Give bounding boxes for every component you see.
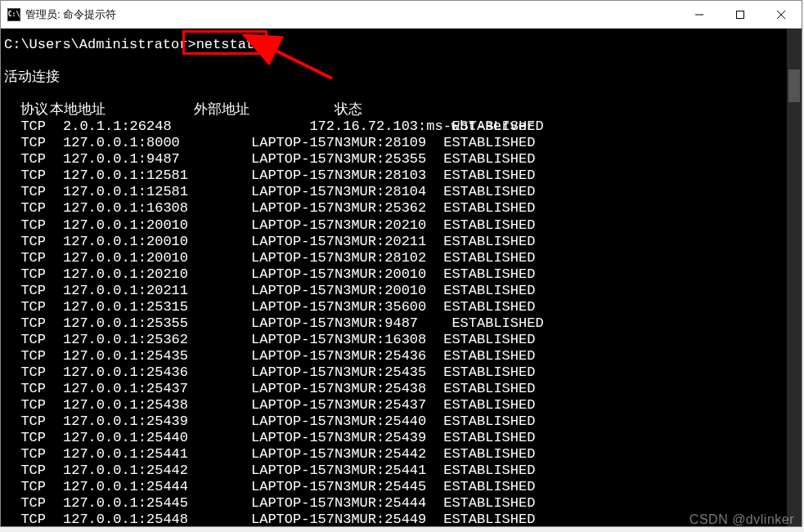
table-row: TCP127.0.0.1:20210LAPTOP-157N3MUR:20010 … <box>4 266 787 283</box>
cell-state: ESTABLISHED <box>435 234 535 250</box>
table-row: TCP127.0.0.1:25435LAPTOP-157N3MUR:25436 … <box>4 348 787 364</box>
cell-foreign: LAPTOP-157N3MUR:25436 <box>251 348 435 364</box>
cell-state: ESTABLISHED <box>435 135 535 151</box>
cell-proto: TCP <box>4 200 63 217</box>
table-row: TCP127.0.0.1:16308LAPTOP-157N3MUR:25362 … <box>4 200 787 217</box>
table-row: TCP127.0.0.1:25448LAPTOP-157N3MUR:25449 … <box>4 512 787 526</box>
cell-state: ESTABLISHED <box>435 348 535 364</box>
cell-state: ESTABLISHED <box>435 266 535 283</box>
cell-foreign: LAPTOP-157N3MUR:28109 <box>251 135 435 151</box>
cell-proto: TCP <box>4 479 63 495</box>
table-row: TCP127.0.0.1:9487LAPTOP-157N3MUR:25355 E… <box>4 151 787 168</box>
cell-state: ESTABLISHED <box>435 118 544 135</box>
table-row: TCP127.0.0.1:25437LAPTOP-157N3MUR:25438 … <box>4 381 787 397</box>
table-row: TCP127.0.0.1:20211LAPTOP-157N3MUR:20010 … <box>4 283 787 299</box>
cell-state: ESTABLISHED <box>435 381 535 397</box>
cell-state: ESTABLISHED <box>435 168 535 184</box>
cell-state: ESTABLISHED <box>435 200 535 217</box>
table-row: TCP127.0.0.1:8000LAPTOP-157N3MUR:28109 E… <box>4 135 787 151</box>
cell-local: 127.0.0.1:25442 <box>63 463 251 479</box>
cell-proto: TCP <box>4 151 63 168</box>
cell-state: ESTABLISHED <box>435 414 535 430</box>
cell-foreign: LAPTOP-157N3MUR:25439 <box>251 430 435 446</box>
table-row: TCP127.0.0.1:25362LAPTOP-157N3MUR:16308 … <box>4 332 787 348</box>
header-foreign: 外部地址 <box>194 102 335 118</box>
cell-proto: TCP <box>4 364 63 381</box>
maximize-button[interactable] <box>720 1 761 29</box>
cell-state: ESTABLISHED <box>435 250 535 266</box>
cell-local: 127.0.0.1:20010 <box>63 250 251 266</box>
cell-state: ESTABLISHED <box>435 446 535 463</box>
cell-proto: TCP <box>4 168 63 184</box>
command-text: netstat <box>196 37 254 52</box>
cell-local: 127.0.0.1:25445 <box>63 495 251 512</box>
cell-proto: TCP <box>4 234 63 250</box>
cell-state: ESTABLISHED <box>435 332 535 348</box>
cell-foreign: LAPTOP-157N3MUR:35600 <box>251 299 435 315</box>
cell-foreign: LAPTOP-157N3MUR:25438 <box>251 381 435 397</box>
cell-state: ESTABLISHED <box>435 151 535 168</box>
cell-local: 127.0.0.1:25441 <box>63 446 251 463</box>
table-row: TCP127.0.0.1:25355LAPTOP-157N3MUR:9487 E… <box>4 315 787 332</box>
cell-state: ESTABLISHED <box>435 184 535 200</box>
cell-local: 127.0.0.1:25362 <box>63 332 251 348</box>
scrollbar-track[interactable] <box>787 29 802 526</box>
table-row: TCP127.0.0.1:20010LAPTOP-157N3MUR:20210 … <box>4 217 787 234</box>
cell-state: ESTABLISHED <box>435 430 535 446</box>
cell-proto: TCP <box>4 397 63 414</box>
cell-foreign: LAPTOP-157N3MUR:25437 <box>251 397 435 414</box>
cell-foreign: LAPTOP-157N3MUR:16308 <box>251 332 435 348</box>
table-row: TCP2.0.1.1:26248 172.16.72.103:ms-wbt-se… <box>4 118 787 135</box>
cell-proto: TCP <box>4 414 63 430</box>
cell-local: 127.0.0.1:25355 <box>63 315 251 332</box>
cell-foreign: LAPTOP-157N3MUR:20211 <box>251 234 435 250</box>
header-state: 状态 <box>335 102 362 118</box>
cell-proto: TCP <box>4 512 63 526</box>
table-row: TCP127.0.0.1:12581LAPTOP-157N3MUR:28104 … <box>4 184 787 200</box>
cell-state: ESTABLISHED <box>435 479 535 495</box>
cell-proto: TCP <box>4 463 63 479</box>
cell-state: ESTABLISHED <box>435 463 535 479</box>
cell-foreign: LAPTOP-157N3MUR:28104 <box>251 184 435 200</box>
terminal-area[interactable]: C:\Users\Administrator>netstat 活动连接 协议本地… <box>1 29 802 526</box>
cell-foreign: LAPTOP-157N3MUR:20010 <box>251 283 435 299</box>
cell-proto: TCP <box>4 381 63 397</box>
cell-local: 127.0.0.1:25448 <box>63 512 251 526</box>
cell-local: 127.0.0.1:20211 <box>63 283 251 299</box>
cell-local: 127.0.0.1:25436 <box>63 364 251 381</box>
cell-state: ESTABLISHED <box>435 364 535 381</box>
table-row: TCP127.0.0.1:20010LAPTOP-157N3MUR:20211 … <box>4 234 787 250</box>
cell-proto: TCP <box>4 217 63 234</box>
minimize-button[interactable] <box>679 1 720 29</box>
scrollbar-thumb[interactable] <box>788 69 800 102</box>
section-title: 活动连接 <box>4 69 787 86</box>
table-row: TCP127.0.0.1:25436LAPTOP-157N3MUR:25435 … <box>4 364 787 381</box>
cell-proto: TCP <box>4 446 63 463</box>
cell-proto: TCP <box>4 430 63 446</box>
cell-proto: TCP <box>4 283 63 299</box>
titlebar[interactable]: C:\ 管理员: 命令提示符 <box>1 1 802 29</box>
close-button[interactable] <box>761 1 802 29</box>
cell-local: 127.0.0.1:25437 <box>63 381 251 397</box>
table-row: TCP127.0.0.1:25439LAPTOP-157N3MUR:25440 … <box>4 414 787 430</box>
prompt-line: C:\Users\Administrator>netstat <box>4 37 787 53</box>
cell-local: 127.0.0.1:25438 <box>63 397 251 414</box>
cell-foreign: 172.16.72.103:ms-wbt-server <box>251 118 435 135</box>
table-row: TCP127.0.0.1:25438LAPTOP-157N3MUR:25437 … <box>4 397 787 414</box>
table-row: TCP127.0.0.1:25441LAPTOP-157N3MUR:25442 … <box>4 446 787 463</box>
cell-state: ESTABLISHED <box>435 495 535 512</box>
blank-line <box>4 86 787 102</box>
table-row: TCP127.0.0.1:25315LAPTOP-157N3MUR:35600 … <box>4 299 787 315</box>
cell-state: ESTABLISHED <box>435 283 535 299</box>
terminal-output[interactable]: C:\Users\Administrator>netstat 活动连接 协议本地… <box>1 29 787 526</box>
table-row: TCP127.0.0.1:25440LAPTOP-157N3MUR:25439 … <box>4 430 787 446</box>
cell-foreign: LAPTOP-157N3MUR:28102 <box>251 250 435 266</box>
cell-proto: TCP <box>4 332 63 348</box>
cell-state: ESTABLISHED <box>435 397 535 414</box>
cell-proto: TCP <box>4 135 63 151</box>
cell-local: 127.0.0.1:25435 <box>63 348 251 364</box>
cell-local: 127.0.0.1:9487 <box>63 151 251 168</box>
cell-local: 127.0.0.1:20010 <box>63 217 251 234</box>
header-proto: 协议 <box>4 102 50 118</box>
cell-foreign: LAPTOP-157N3MUR:25442 <box>251 446 435 463</box>
